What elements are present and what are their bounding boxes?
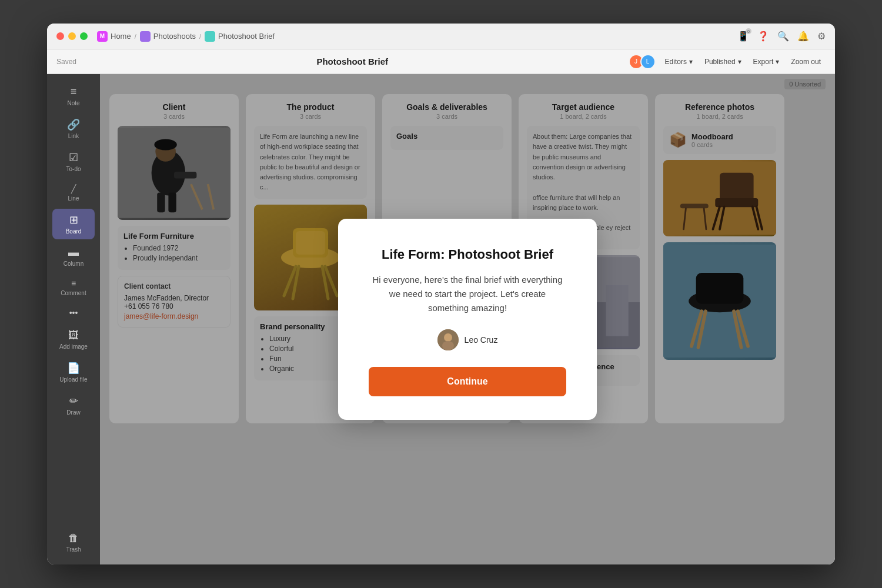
editors-label: Editors [665, 58, 687, 66]
column-icon: ▬ [68, 246, 79, 259]
more-icon: ••• [69, 308, 78, 318]
published-label: Published [704, 58, 736, 66]
sidebar-item-trash[interactable]: 🗑 Trash [52, 527, 95, 557]
breadcrumb-photoshoots-label: Photoshoots [153, 32, 196, 41]
trash-label: Trash [66, 546, 81, 553]
welcome-modal: Life Form: Photoshoot Brief Hi everyone,… [338, 219, 597, 420]
svg-point-44 [442, 341, 454, 350]
modal-overlay: Life Form: Photoshoot Brief Hi everyone,… [100, 74, 835, 564]
modal-body: Hi everyone, here's the final brief with… [369, 273, 566, 315]
editors-chevron: ▾ [689, 58, 693, 66]
minimize-button[interactable] [68, 32, 76, 40]
board-label: Board [66, 228, 82, 235]
link-label: Link [68, 133, 79, 139]
comment-label: Comment [61, 290, 86, 296]
editor-avatar-2: L [640, 54, 656, 69]
published-chevron: ▾ [738, 58, 741, 66]
note-icon: ≡ [71, 86, 77, 98]
mobile-badge: 0 [746, 28, 751, 34]
continue-button[interactable]: Continue [369, 367, 566, 396]
zoom-out-label: Zoom out [791, 58, 821, 66]
line-icon: ╱ [71, 184, 76, 193]
sidebar-item-todo[interactable]: ☑ To-do [52, 146, 95, 177]
modal-author: Leo Cruz [369, 329, 566, 350]
sidebar: ≡ Note 🔗 Link ☑ To-do ╱ Line ⊞ Board ▬ C… [47, 74, 100, 564]
trash-icon: 🗑 [68, 532, 79, 544]
column-label: Column [64, 260, 83, 267]
main-area: ≡ Note 🔗 Link ☑ To-do ╱ Line ⊞ Board ▬ C… [47, 74, 835, 564]
line-label: Line [68, 195, 79, 202]
board-icon: ⊞ [69, 213, 78, 226]
todo-label: To-do [66, 166, 81, 172]
close-button[interactable] [56, 32, 64, 40]
note-label: Note [67, 100, 79, 106]
add-image-label: Add image [59, 343, 88, 350]
breadcrumb-brief-label: Photoshoot Brief [218, 32, 275, 41]
todo-icon: ☑ [69, 151, 78, 164]
breadcrumb-photoshoots[interactable]: Photoshoots [140, 31, 196, 42]
breadcrumb-brief[interactable]: Photoshoot Brief [205, 31, 275, 42]
editors-button[interactable]: Editors ▾ [660, 55, 697, 68]
editor-avatars: J L [629, 54, 656, 69]
sidebar-item-draw[interactable]: ✏ Draw [52, 390, 95, 420]
sidebar-item-line[interactable]: ╱ Line [52, 179, 95, 206]
export-button[interactable]: Export ▾ [749, 55, 784, 68]
export-chevron: ▾ [776, 58, 779, 66]
board-content: 0 Unsorted Client 3 cards [100, 74, 835, 564]
fullscreen-button[interactable] [80, 32, 88, 40]
toolbar-right: J L Editors ▾ Published ▾ Export ▾ Zoom … [629, 54, 826, 69]
upload-label: Upload file [59, 376, 87, 383]
sidebar-item-link[interactable]: 🔗 Link [52, 113, 95, 144]
settings-icon[interactable]: ⚙ [817, 31, 826, 42]
modal-author-name: Leo Cruz [465, 335, 498, 345]
notifications-icon[interactable]: 🔔 [797, 31, 809, 42]
export-label: Export [753, 58, 774, 66]
photoshoots-icon [140, 31, 151, 42]
search-icon[interactable]: 🔍 [777, 31, 789, 42]
published-button[interactable]: Published ▾ [700, 55, 746, 68]
sidebar-item-more[interactable]: ••• [52, 303, 95, 322]
mobile-icon-wrapper: 📱 0 [737, 31, 749, 42]
brief-icon [205, 31, 215, 42]
zoom-out-button[interactable]: Zoom out [786, 55, 826, 68]
traffic-lights [56, 32, 88, 40]
comment-icon: ≡ [71, 279, 76, 288]
upload-icon: 📄 [67, 362, 80, 375]
sidebar-item-upload[interactable]: 📄 Upload file [52, 357, 95, 387]
breadcrumb-home[interactable]: M Home [97, 31, 131, 42]
document-title: Photoshoot Brief [76, 56, 629, 66]
breadcrumb-sep-1: / [135, 33, 136, 40]
draw-label: Draw [66, 409, 80, 416]
modal-avatar [437, 329, 459, 350]
add-image-icon: 🖼 [68, 329, 79, 342]
breadcrumb-sep-2: / [199, 33, 201, 40]
svg-point-43 [444, 333, 452, 342]
home-icon: M [97, 31, 108, 42]
sidebar-item-note[interactable]: ≡ Note [52, 81, 95, 111]
breadcrumb-home-label: Home [111, 32, 131, 41]
saved-status: Saved [56, 58, 76, 66]
titlebar: M Home / Photoshoots / Photoshoot Brief … [47, 24, 835, 49]
breadcrumb: M Home / Photoshoots / Photoshoot Brief [97, 31, 275, 42]
modal-title: Life Form: Photoshoot Brief [369, 247, 566, 262]
sidebar-item-column[interactable]: ▬ Column [52, 242, 95, 272]
sidebar-item-board[interactable]: ⊞ Board [52, 209, 95, 239]
toolbar: Saved Photoshoot Brief J L Editors ▾ Pub… [47, 49, 835, 74]
draw-icon: ✏ [69, 395, 78, 407]
titlebar-actions: 📱 0 ❓ 🔍 🔔 ⚙ [737, 31, 826, 42]
help-icon[interactable]: ❓ [757, 31, 769, 42]
sidebar-item-add-image[interactable]: 🖼 Add image [52, 325, 95, 355]
sidebar-item-comment[interactable]: ≡ Comment [52, 274, 95, 301]
app-window: M Home / Photoshoots / Photoshoot Brief … [47, 24, 835, 564]
link-icon: 🔗 [67, 118, 80, 131]
